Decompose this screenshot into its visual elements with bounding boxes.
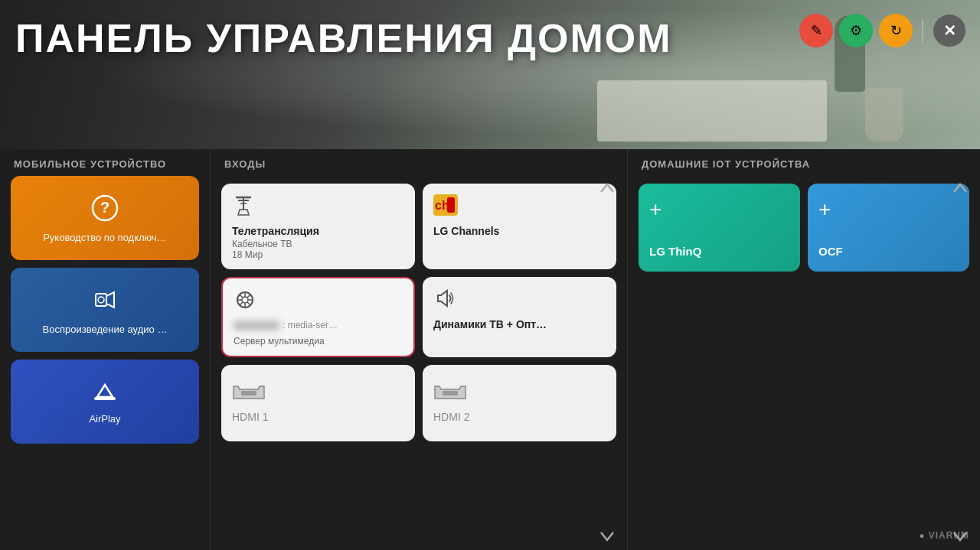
- mobile-section-body: ? Руководство по подключ… Воспроизведени…: [0, 176, 210, 550]
- speakers-tile[interactable]: Динамики ТВ + Опт…: [423, 277, 616, 357]
- media-server-tile-label: Сервер мультимедиа: [234, 336, 403, 347]
- bg-table-decoration: [597, 80, 827, 142]
- inputs-grid: Телетрансляция Кабельное ТВ 18 Мир ch LG…: [211, 176, 627, 452]
- audio-icon: [91, 286, 119, 319]
- lg-thinq-label: LG ThinQ: [649, 245, 701, 258]
- telecast-tile-title: Телетрансляция: [232, 225, 404, 237]
- svg-rect-22: [241, 391, 256, 395]
- top-controls-bar: ✎ ⚙ ↻ ✕: [799, 14, 966, 47]
- airplay-icon: [91, 380, 119, 408]
- hdmi1-icon: [232, 383, 404, 406]
- media-server-tile[interactable]: : media-ser… Сервер мультимедиа: [221, 277, 415, 357]
- lg-channels-icon: ch: [433, 194, 606, 220]
- svg-line-20: [247, 295, 250, 298]
- airplay-card-label: AirPlay: [89, 413, 120, 425]
- main-content: МОБИЛЬНОЕ УСТРОЙСТВО ? Руководство по по…: [0, 149, 980, 550]
- airplay-card[interactable]: AirPlay: [11, 360, 199, 444]
- bg-vase-decoration: [865, 88, 903, 142]
- close-icon: ✕: [943, 21, 956, 40]
- svg-point-3: [98, 297, 104, 303]
- refresh-icon: ↻: [890, 22, 902, 39]
- edit-button[interactable]: ✎: [799, 14, 833, 47]
- svg-line-21: [240, 302, 243, 305]
- telecast-tile[interactable]: Телетрансляция Кабельное ТВ 18 Мир: [221, 184, 415, 269]
- inputs-scroll-down[interactable]: [596, 526, 618, 547]
- lg-channels-tile-title: LG Channels: [433, 225, 606, 237]
- iot-grid: + LG ThinQ + OCF: [628, 176, 980, 282]
- guide-icon: ?: [91, 194, 119, 227]
- iot-scroll-up[interactable]: [949, 177, 971, 199]
- svg-rect-4: [94, 397, 116, 400]
- hdmi2-tile[interactable]: HDMI 2: [423, 365, 616, 441]
- inputs-scroll-up[interactable]: [596, 177, 618, 199]
- antenna-icon: [232, 194, 404, 220]
- svg-line-19: [247, 302, 250, 305]
- iot-section-header: ДОМАШНИЕ IoT УСТРОЙСТВА: [628, 149, 980, 176]
- ocf-plus-icon: +: [818, 197, 831, 222]
- lg-channels-tile[interactable]: ch LG Channels: [423, 184, 616, 269]
- guide-card-label: Руководство по подключ…: [43, 232, 167, 243]
- inputs-section-header: ВХОДЫ: [211, 149, 627, 176]
- close-button[interactable]: ✕: [933, 14, 966, 47]
- iot-scroll-down[interactable]: [949, 526, 971, 547]
- media-server-device-blurred: [234, 321, 279, 330]
- settings-button[interactable]: ⚙: [839, 14, 873, 47]
- page-title: ПАНЕЛЬ УПРАВЛЕНИЯ ДОМОМ: [15, 15, 672, 61]
- speaker-icon: [433, 288, 606, 314]
- telecast-tile-sub1: Кабельное ТВ: [232, 239, 404, 249]
- controls-separator: [922, 19, 923, 42]
- telecast-tile-sub2: 18 Мир: [232, 249, 404, 260]
- audio-card-label: Воспроизведение аудио …: [43, 324, 168, 335]
- media-server-icon: [234, 289, 403, 315]
- svg-point-13: [242, 297, 248, 303]
- mobile-section: МОБИЛЬНОЕ УСТРОЙСТВО ? Руководство по по…: [0, 149, 211, 550]
- guide-card[interactable]: ? Руководство по подключ…: [11, 176, 199, 260]
- audio-card[interactable]: Воспроизведение аудио …: [11, 268, 199, 352]
- hdmi2-tile-title: HDMI 2: [433, 411, 606, 423]
- settings-icon: ⚙: [850, 22, 862, 39]
- refresh-button[interactable]: ↻: [879, 14, 913, 47]
- iot-section: ДОМАШНИЕ IoT УСТРОЙСТВА + LG ThinQ + OCF: [628, 149, 980, 550]
- svg-text:?: ?: [100, 199, 109, 216]
- edit-icon: ✎: [811, 22, 822, 39]
- hdmi1-tile[interactable]: HDMI 1: [221, 365, 415, 441]
- speakers-tile-title: Динамики ТВ + Опт…: [433, 318, 606, 330]
- mobile-section-header: МОБИЛЬНОЕ УСТРОЙСТВО: [0, 149, 210, 176]
- ocf-tile[interactable]: + OCF: [808, 184, 969, 272]
- ocf-label: OCF: [818, 245, 843, 258]
- svg-rect-2: [96, 294, 106, 306]
- svg-rect-11: [447, 197, 455, 213]
- hdmi2-icon: [433, 383, 606, 406]
- lg-thinq-tile[interactable]: + LG ThinQ: [639, 184, 800, 272]
- svg-line-18: [240, 295, 243, 298]
- media-server-tile-title: : media-ser…: [283, 320, 338, 330]
- svg-rect-23: [443, 391, 458, 395]
- lg-thinq-plus-icon: +: [649, 197, 662, 222]
- svg-text:ch: ch: [435, 199, 449, 212]
- inputs-section: ВХОДЫ: [211, 149, 628, 550]
- hdmi1-tile-title: HDMI 1: [232, 411, 404, 423]
